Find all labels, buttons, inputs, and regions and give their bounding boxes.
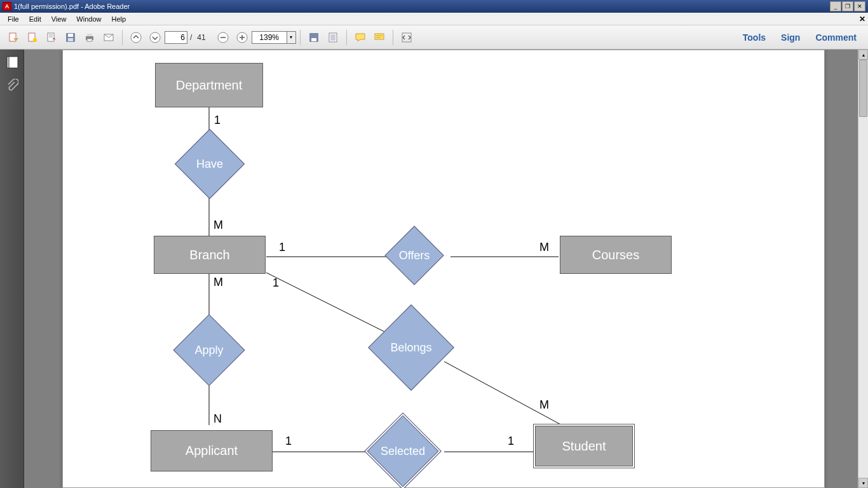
menu-help[interactable]: Help (106, 14, 131, 24)
card-offers-courses: M (539, 241, 549, 254)
restore-button[interactable]: ❐ (842, 1, 853, 11)
toolbar-separator (122, 30, 123, 45)
svg-point-2 (33, 38, 37, 42)
page-total: 41 (197, 33, 205, 42)
app-icon: A (3, 2, 11, 11)
svg-point-12 (150, 32, 160, 43)
zoom-in-icon[interactable] (234, 29, 250, 46)
thumbnails-icon[interactable] (3, 53, 22, 72)
svg-rect-22 (9, 57, 18, 68)
card-belongs-student: M (539, 398, 549, 412)
toolbar-separator (346, 30, 347, 45)
entity-branch: Branch (154, 236, 266, 274)
window-title: 1(full permission).pdf - Adobe Reader (14, 3, 130, 10)
vertical-scrollbar[interactable]: ▴ ▾ (858, 50, 868, 488)
page-number-input[interactable] (165, 31, 187, 44)
print-icon[interactable] (81, 29, 98, 46)
svg-rect-9 (87, 39, 92, 41)
zoom-dropdown[interactable]: ▾ (287, 31, 296, 44)
relationship-have: Have (185, 139, 234, 189)
read-mode-icon[interactable] (398, 29, 415, 46)
svg-rect-18 (330, 34, 336, 41)
card-dep-have: 1 (214, 114, 220, 127)
entity-applicant: Applicant (151, 430, 273, 471)
email-icon[interactable] (100, 29, 117, 46)
toolbar-separator (300, 30, 301, 45)
svg-rect-6 (68, 38, 73, 41)
relationship-apply: Apply (184, 325, 234, 376)
page-up-icon[interactable] (128, 29, 144, 46)
minimize-button[interactable]: _ (830, 1, 841, 11)
entity-courses: Courses (560, 236, 672, 274)
card-have-branch: M (214, 219, 223, 232)
export-pdf-icon[interactable] (5, 29, 22, 46)
save-icon[interactable] (62, 29, 79, 46)
save-copy-icon[interactable] (306, 29, 322, 46)
card-branch-offers: 1 (279, 241, 285, 254)
card-selected-student: 1 (508, 435, 514, 448)
svg-rect-8 (87, 34, 92, 36)
relationship-selected: Selected (376, 424, 430, 478)
card-branch-belongs: 1 (273, 276, 279, 290)
comment-bubble-icon[interactable] (352, 29, 369, 46)
doc-close-button[interactable]: ✕ (859, 15, 865, 24)
svg-line-29 (266, 273, 393, 336)
fit-page-icon[interactable] (325, 29, 341, 46)
svg-point-11 (131, 32, 141, 43)
card-branch-apply: M (214, 276, 223, 289)
toolbar-separator (393, 30, 393, 45)
svg-rect-16 (311, 38, 316, 41)
svg-rect-20 (402, 33, 411, 42)
zoom-out-icon[interactable] (215, 29, 231, 46)
comment-link[interactable]: Comment (808, 32, 864, 43)
svg-rect-0 (10, 33, 16, 41)
page-down-icon[interactable] (147, 29, 163, 46)
relationship-offers: Offers (393, 234, 435, 276)
toolbar: / 41 ▾ Tools Sign Comment (0, 25, 868, 50)
tools-link[interactable]: Tools (735, 32, 773, 43)
entity-student: Student (533, 424, 635, 468)
svg-line-30 (444, 362, 562, 425)
highlight-icon[interactable] (371, 29, 388, 46)
page-separator: / (190, 33, 192, 42)
svg-rect-5 (68, 34, 73, 37)
pdf-page: Department Branch Courses Applicant Stud… (62, 50, 825, 488)
sign-link[interactable]: Sign (773, 32, 808, 43)
menu-file[interactable]: File (3, 14, 24, 24)
zoom-input[interactable] (252, 31, 287, 44)
svg-rect-19 (375, 34, 384, 39)
attachments-icon[interactable] (3, 76, 22, 95)
menubar: File Edit View Window Help ✕ (0, 13, 868, 25)
card-apply-applicant: N (214, 412, 222, 426)
close-button[interactable]: ✕ (854, 1, 865, 11)
scroll-down-icon[interactable]: ▾ (858, 478, 868, 488)
menu-edit[interactable]: Edit (24, 14, 46, 24)
titlebar: A 1(full permission).pdf - Adobe Reader … (0, 0, 868, 13)
scroll-thumb[interactable] (859, 60, 867, 117)
open-icon[interactable] (43, 29, 60, 46)
entity-department: Department (155, 63, 263, 107)
relationship-belongs: Belongs (381, 317, 442, 378)
scroll-up-icon[interactable]: ▴ (858, 50, 868, 60)
menu-window[interactable]: Window (71, 14, 106, 24)
menu-view[interactable]: View (46, 14, 72, 24)
card-applicant-selected: 1 (285, 435, 292, 448)
create-pdf-icon[interactable] (24, 29, 41, 46)
navigation-panel (0, 50, 24, 488)
document-viewport[interactable]: Department Branch Courses Applicant Stud… (24, 50, 858, 488)
